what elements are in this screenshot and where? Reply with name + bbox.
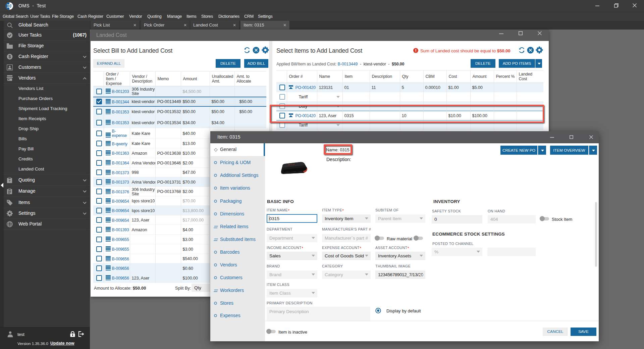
svg-text:$: $: [9, 54, 11, 59]
svg-text:?: ?: [9, 179, 11, 183]
